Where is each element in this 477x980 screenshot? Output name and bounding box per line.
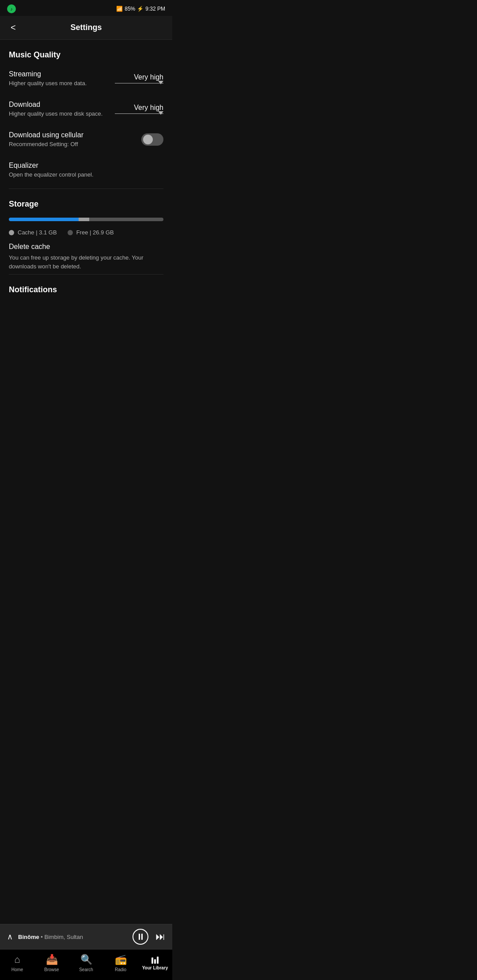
cellular-toggle-knob: [143, 135, 153, 144]
equalizer-label: Equalizer: [9, 162, 163, 170]
back-button[interactable]: <: [9, 21, 18, 34]
settings-content: Music Quality Streaming Higher quality u…: [0, 40, 172, 369]
streaming-info: Streaming Higher quality uses more data.: [9, 70, 115, 87]
download-label: Download: [9, 101, 110, 109]
storage-used-fill: [9, 218, 79, 221]
clock: 9:32 PM: [145, 6, 165, 12]
spotify-icon: [7, 4, 16, 13]
download-desc: Higher quality uses more disk space.: [9, 110, 110, 117]
free-dot: [68, 230, 73, 235]
wifi-icon: 📶: [116, 6, 123, 12]
streaming-dropdown-line: [115, 83, 163, 83]
download-row[interactable]: Download Higher quality uses more disk s…: [0, 94, 172, 124]
battery-level: 85%: [125, 6, 135, 12]
delete-cache-desc: You can free up storage by deleting your…: [9, 253, 163, 271]
delete-cache-label: Delete cache: [9, 243, 163, 251]
free-label: Free | 26.9 GB: [76, 229, 114, 236]
streaming-desc: Higher quality uses more data.: [9, 80, 110, 87]
streaming-dropdown[interactable]: Very high: [115, 73, 163, 83]
storage-bar-container: [0, 212, 172, 225]
page-title: Settings: [70, 23, 102, 32]
cache-label: Cache | 3.1 GB: [18, 229, 57, 236]
status-left: [7, 4, 16, 13]
download-value: Very high: [134, 104, 163, 112]
streaming-row[interactable]: Streaming Higher quality uses more data.…: [0, 63, 172, 94]
notifications-header: Notifications: [0, 275, 172, 298]
storage-header: Storage: [0, 189, 172, 212]
download-dropdown-line: [115, 113, 163, 114]
storage-legend: Cache | 3.1 GB Free | 26.9 GB: [0, 225, 172, 236]
download-dropdown[interactable]: Very high: [115, 104, 163, 114]
status-right: 📶 85% ⚡ 9:32 PM: [116, 6, 165, 12]
cellular-label: Download using cellular: [9, 131, 136, 139]
cellular-desc: Recommended Setting: Off: [9, 141, 136, 147]
storage-cache-fill: [79, 218, 90, 221]
equalizer-row[interactable]: Equalizer Open the equalizer control pan…: [0, 155, 172, 188]
cellular-info: Download using cellular Recommended Sett…: [9, 131, 141, 147]
cellular-row: Download using cellular Recommended Sett…: [0, 124, 172, 155]
delete-cache-row[interactable]: Delete cache You can free up storage by …: [0, 236, 172, 274]
storage-bar-fill: [9, 218, 163, 221]
cache-legend-item: Cache | 3.1 GB: [9, 229, 57, 236]
storage-bar: [9, 218, 163, 221]
equalizer-desc: Open the equalizer control panel.: [9, 171, 163, 178]
streaming-value: Very high: [134, 73, 163, 81]
music-quality-header: Music Quality: [0, 40, 172, 63]
cellular-toggle[interactable]: [141, 133, 163, 146]
settings-header: < Settings: [0, 16, 172, 40]
cache-dot: [9, 230, 14, 235]
status-bar: 📶 85% ⚡ 9:32 PM: [0, 0, 172, 16]
battery-icon: ⚡: [137, 6, 144, 12]
free-legend-item: Free | 26.9 GB: [68, 229, 114, 236]
download-info: Download Higher quality uses more disk s…: [9, 101, 115, 117]
streaming-label: Streaming: [9, 70, 110, 78]
